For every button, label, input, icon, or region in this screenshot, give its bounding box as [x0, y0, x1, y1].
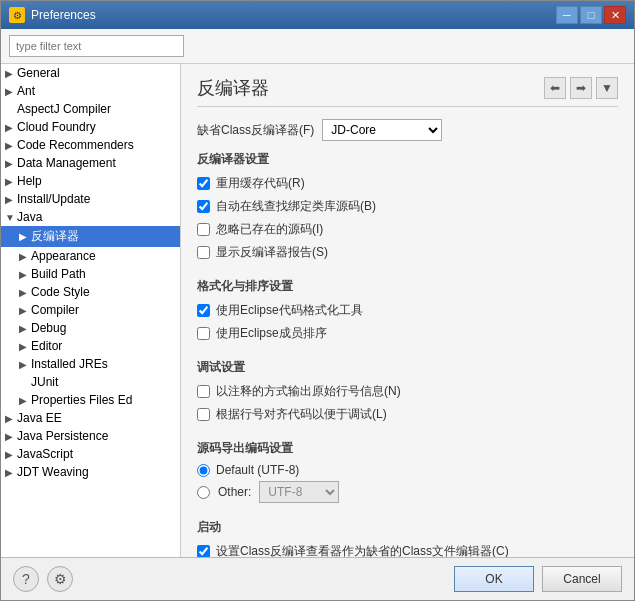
- format-sort-title: 格式化与排序设置: [197, 278, 618, 295]
- expand-icon: ▶: [19, 305, 31, 316]
- reuse-cache-checkbox[interactable]: [197, 177, 210, 190]
- default-decompiler-label: 缺省Class反编译器(F): [197, 122, 314, 139]
- sidebar-item-coderecommenders[interactable]: ▶ Code Recommenders: [1, 136, 180, 154]
- checkbox-show-report: 显示反编译器报告(S): [197, 243, 618, 262]
- decompiler-settings-title: 反编译器设置: [197, 151, 618, 168]
- sidebar-item-editor[interactable]: ▶ Editor: [1, 337, 180, 355]
- sidebar-item-label: Build Path: [31, 267, 86, 281]
- expand-icon: ▶: [19, 341, 31, 352]
- sidebar-item-compiler[interactable]: ▶ Compiler: [1, 301, 180, 319]
- checkbox-annotate-debug: 以注释的方式输出原始行号信息(N): [197, 382, 618, 401]
- maximize-button[interactable]: □: [580, 6, 602, 24]
- show-report-label: 显示反编译器报告(S): [216, 244, 328, 261]
- sidebar-item-javaee[interactable]: ▶ Java EE: [1, 409, 180, 427]
- sidebar-item-ant[interactable]: ▶ Ant: [1, 82, 180, 100]
- window-title: Preferences: [31, 8, 556, 22]
- annotate-debug-label: 以注释的方式输出原始行号信息(N): [216, 383, 401, 400]
- startup-title: 启动: [197, 519, 618, 536]
- sidebar-item-label: Ant: [17, 84, 35, 98]
- auto-search-checkbox[interactable]: [197, 200, 210, 213]
- default-decompiler-select[interactable]: JD-Core CFR Procyon: [322, 119, 442, 141]
- sidebar-item-javapersistence[interactable]: ▶ Java Persistence: [1, 427, 180, 445]
- sidebar-item-buildpath[interactable]: ▶ Build Path: [1, 265, 180, 283]
- sidebar-item-aspectj[interactable]: AspectJ Compiler: [1, 100, 180, 118]
- sidebar-item-cloudfoundry[interactable]: ▶ Cloud Foundry: [1, 118, 180, 136]
- show-report-checkbox[interactable]: [197, 246, 210, 259]
- filter-input[interactable]: [9, 35, 184, 57]
- other-label: Other:: [218, 485, 251, 499]
- expand-icon: ▶: [5, 194, 17, 205]
- expand-icon: ▶: [5, 467, 17, 478]
- eclipse-member-checkbox[interactable]: [197, 327, 210, 340]
- sidebar-item-label: Properties Files Ed: [31, 393, 132, 407]
- sidebar-item-decompiler[interactable]: ▶ 反编译器: [1, 226, 180, 247]
- sidebar-item-label: Editor: [31, 339, 62, 353]
- nav-forward-button[interactable]: ➡: [570, 77, 592, 99]
- utf8-radio[interactable]: [197, 464, 210, 477]
- utf8-label: Default (UTF-8): [216, 463, 299, 477]
- sidebar-item-help[interactable]: ▶ Help: [1, 172, 180, 190]
- annotate-debug-checkbox[interactable]: [197, 385, 210, 398]
- nav-menu-button[interactable]: ▼: [596, 77, 618, 99]
- close-button[interactable]: ✕: [604, 6, 626, 24]
- sidebar-item-installedjres[interactable]: ▶ Installed JREs: [1, 355, 180, 373]
- footer-left: ? ⚙: [13, 566, 446, 592]
- expand-icon: ▶: [5, 86, 17, 97]
- sidebar-item-general[interactable]: ▶ General: [1, 64, 180, 82]
- sidebar-item-label: Appearance: [31, 249, 96, 263]
- nav-icons: ⬅ ➡ ▼: [544, 77, 618, 99]
- expand-icon: ▼: [5, 212, 17, 223]
- expand-icon: ▶: [5, 68, 17, 79]
- checkbox-line-debug: 根据行号对齐代码以便于调试(L): [197, 405, 618, 424]
- sidebar-item-junit[interactable]: JUnit: [1, 373, 180, 391]
- eclipse-format-checkbox[interactable]: [197, 304, 210, 317]
- sidebar-item-label: Code Recommenders: [17, 138, 134, 152]
- window-icon: ⚙: [9, 7, 25, 23]
- expand-icon: ▶: [19, 269, 31, 280]
- checkbox-eclipse-format: 使用Eclipse代码格式化工具: [197, 301, 618, 320]
- sidebar-item-datamanagement[interactable]: ▶ Data Management: [1, 154, 180, 172]
- sidebar-item-label: Data Management: [17, 156, 116, 170]
- sidebar-item-codestyle[interactable]: ▶ Code Style: [1, 283, 180, 301]
- expand-icon: [19, 377, 31, 388]
- sidebar-item-java[interactable]: ▼ Java: [1, 208, 180, 226]
- sidebar-item-label: Java: [17, 210, 42, 224]
- nav-back-button[interactable]: ⬅: [544, 77, 566, 99]
- titlebar-controls: ─ □ ✕: [556, 6, 626, 24]
- sidebar-item-label: Installed JREs: [31, 357, 108, 371]
- checkbox-auto-search: 自动在线查找绑定类库源码(B): [197, 197, 618, 216]
- sidebar-item-propertiesfiles[interactable]: ▶ Properties Files Ed: [1, 391, 180, 409]
- set-default-checkbox[interactable]: [197, 545, 210, 557]
- other-radio[interactable]: [197, 486, 210, 499]
- help-button[interactable]: ?: [13, 566, 39, 592]
- expand-icon: ▶: [19, 287, 31, 298]
- line-debug-label: 根据行号对齐代码以便于调试(L): [216, 406, 387, 423]
- minimize-button[interactable]: ─: [556, 6, 578, 24]
- checkbox-ignore-existing: 忽略已存在的源码(I): [197, 220, 618, 239]
- expand-icon: ▶: [5, 158, 17, 169]
- menu-icon: ▼: [601, 81, 613, 95]
- ok-button[interactable]: OK: [454, 566, 534, 592]
- cancel-button[interactable]: Cancel: [542, 566, 622, 592]
- sidebar-item-installupdates[interactable]: ▶ Install/Update: [1, 190, 180, 208]
- eclipse-format-label: 使用Eclipse代码格式化工具: [216, 302, 363, 319]
- ignore-existing-checkbox[interactable]: [197, 223, 210, 236]
- source-encoding-title: 源码导出编码设置: [197, 440, 618, 457]
- expand-icon: ▶: [19, 231, 31, 242]
- settings-button[interactable]: ⚙: [47, 566, 73, 592]
- debug-settings-section: 调试设置 以注释的方式输出原始行号信息(N) 根据行号对齐代码以便于调试(L): [197, 359, 618, 428]
- other-encoding-select[interactable]: UTF-8: [259, 481, 339, 503]
- sidebar-item-jdtweaving[interactable]: ▶ JDT Weaving: [1, 463, 180, 481]
- sidebar-item-javascript[interactable]: ▶ JavaScript: [1, 445, 180, 463]
- checkbox-set-default: 设置Class反编译查看器作为缺省的Class文件编辑器(C): [197, 542, 618, 557]
- sidebar-item-appearance[interactable]: ▶ Appearance: [1, 247, 180, 265]
- eclipse-member-label: 使用Eclipse成员排序: [216, 325, 327, 342]
- content-area: ▶ General ▶ Ant AspectJ Compiler ▶ Cloud…: [1, 29, 634, 557]
- sidebar: ▶ General ▶ Ant AspectJ Compiler ▶ Cloud…: [1, 64, 181, 557]
- expand-icon: ▶: [5, 431, 17, 442]
- expand-icon: ▶: [5, 176, 17, 187]
- line-debug-checkbox[interactable]: [197, 408, 210, 421]
- expand-icon: ▶: [19, 323, 31, 334]
- debug-settings-title: 调试设置: [197, 359, 618, 376]
- sidebar-item-debug[interactable]: ▶ Debug: [1, 319, 180, 337]
